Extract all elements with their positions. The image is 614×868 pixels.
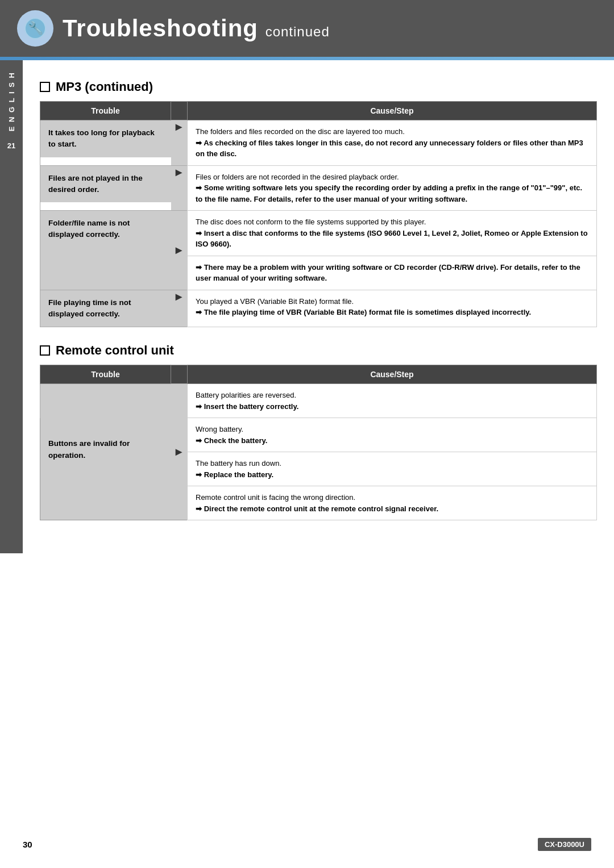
remote-section-heading: Remote control unit: [40, 343, 597, 358]
cause-item: Files or folders are not recorded in the…: [188, 166, 596, 211]
trouble-text: File playing time is not displayed corre…: [40, 290, 171, 327]
trouble-text: It takes too long for playback to start.: [40, 120, 171, 157]
sidebar: E N G L I S H 21: [0, 60, 23, 553]
page-footer: 30 CX-D3000U: [0, 838, 614, 851]
main-content: E N G L I S H 21 MP3 (continued) Trouble…: [0, 60, 614, 553]
page-header: 🔧 Troubleshooting continued: [0, 0, 614, 57]
cause-item: Wrong battery. Check the battery.: [188, 418, 596, 452]
mp3-table: Trouble Cause/Step It takes too long for…: [40, 101, 597, 327]
page-number: 30: [23, 840, 32, 849]
arrow-icon: ►: [171, 290, 188, 303]
troubleshooting-icon: 🔧: [17, 10, 53, 47]
sidebar-language: E N G L I S H: [7, 72, 16, 131]
checkbox-icon: [40, 82, 50, 92]
arrow-icon: ►: [171, 445, 188, 458]
mp3-section-heading: MP3 (continued): [40, 80, 597, 94]
table-row: File playing time is not displayed corre…: [40, 290, 597, 327]
trouble-text: Folder/file name is not displayed correc…: [40, 211, 171, 248]
table-row: Files are not played in the desired orde…: [40, 165, 597, 211]
remote-col-cause: Cause/Step: [188, 365, 597, 384]
arrow-icon: ►: [171, 244, 188, 257]
checkbox-icon: [40, 345, 50, 356]
cause-item: Battery polarities are reversed. Insert …: [188, 384, 596, 418]
cause-item: The battery has run down. Replace the ba…: [188, 452, 596, 486]
svg-text:🔧: 🔧: [28, 20, 44, 36]
table-row: Buttons are invalid for operation. ► Bat…: [40, 384, 597, 418]
cause-item: There may be a problem with your writing…: [188, 256, 596, 290]
trouble-text: Files are not played in the desired orde…: [40, 166, 171, 203]
cause-item: The folders and files recorded on the di…: [188, 120, 596, 165]
cause-item: The disc does not conform to the file sy…: [188, 211, 596, 256]
remote-table: Trouble Cause/Step Buttons are invalid f…: [40, 365, 597, 520]
arrow-icon: ►: [171, 120, 188, 133]
page-title: Troubleshooting continued: [63, 15, 330, 42]
mp3-col-trouble: Trouble: [40, 102, 171, 120]
table-row: Folder/file name is not displayed correc…: [40, 211, 597, 256]
trouble-text: Buttons are invalid for operation.: [40, 431, 171, 473]
arrow-icon: ►: [171, 166, 188, 179]
table-row: It takes too long for playback to start.…: [40, 120, 597, 166]
remote-col-trouble: Trouble: [40, 365, 171, 384]
page-body: MP3 (continued) Trouble Cause/Step It ta…: [23, 60, 614, 553]
sidebar-page-number: 21: [7, 141, 15, 150]
model-badge: CX-D3000U: [538, 838, 591, 851]
cause-item: Remote control unit is facing the wrong …: [188, 486, 596, 520]
cause-item: You played a VBR (Variable Bit Rate) for…: [188, 290, 596, 324]
mp3-col-cause: Cause/Step: [188, 102, 597, 120]
